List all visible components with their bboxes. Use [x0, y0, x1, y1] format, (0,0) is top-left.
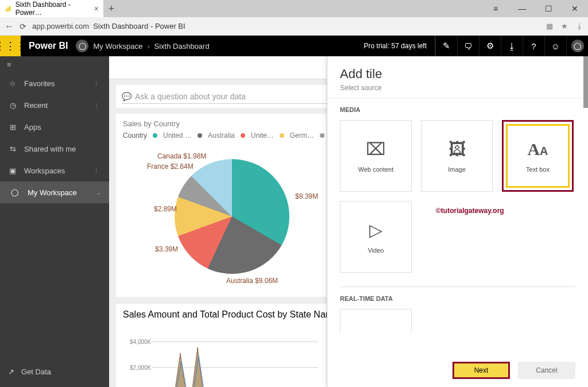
video-icon: ▷	[369, 220, 382, 240]
app-topnav: ⋮⋮⋮ Power BI ◯ My Workspace › Sixth Dash…	[0, 36, 588, 56]
pie-chart	[175, 159, 289, 274]
text-box-icon: AA	[527, 140, 548, 159]
breadcrumb: ◯ My Workspace › Sixth Dashboard	[76, 40, 209, 52]
close-window-button[interactable]: ✕	[562, 0, 588, 17]
svg-rect-2	[9, 6, 10, 11]
share-icon: ⇆	[8, 145, 17, 153]
url-text[interactable]: app.powerbi.com Sixth Dashboard - Power …	[32, 22, 185, 30]
download-icon[interactable]: ⭳	[576, 22, 583, 30]
tile-image[interactable]: 🖼 Image	[421, 120, 493, 192]
user-circle-icon: ◯	[8, 186, 21, 199]
comment-icon[interactable]: 🗨	[457, 36, 479, 56]
legend-dot	[280, 133, 284, 138]
legend-dot	[241, 133, 245, 138]
help-icon[interactable]: ?	[523, 36, 544, 56]
svg-rect-0	[6, 9, 7, 11]
trial-status: Pro trial: 57 days left	[356, 36, 435, 56]
svg-text:$2,000K: $2,000K	[130, 365, 152, 371]
workspace-avatar-icon: ◯	[76, 40, 88, 52]
tile-placeholder[interactable]	[340, 309, 412, 332]
image-icon: 🖼	[448, 140, 466, 159]
web-content-icon: ⌧	[366, 139, 386, 159]
address-bar: ← ⟳ app.powerbi.com Sixth Dashboard - Po…	[0, 17, 588, 36]
breadcrumb-dashboard[interactable]: Sixth Dashboard	[154, 42, 210, 51]
download-icon[interactable]: ⭳	[501, 36, 523, 56]
pie-label: Australia $9.06M	[226, 277, 278, 285]
svg-text:$4,000K: $4,000K	[130, 339, 152, 345]
sidebar-item-favorites[interactable]: ☆Favorites〉	[0, 72, 109, 94]
cancel-button[interactable]: Cancel	[518, 362, 575, 379]
sidebar-item-workspaces[interactable]: ▣Workspaces〉	[0, 160, 109, 181]
app-launcher-icon[interactable]: ⋮⋮⋮	[0, 36, 21, 56]
menu-icon[interactable]: ≡	[482, 0, 509, 17]
chevron-right-icon: 〉	[95, 167, 101, 175]
powerbi-favicon	[5, 5, 12, 13]
minimize-button[interactable]: ―	[509, 0, 535, 17]
sidebar-item-my-workspace[interactable]: ◯My Workspace⌄	[0, 181, 109, 203]
user-avatar[interactable]: ◯	[566, 36, 588, 56]
settings-gear-icon[interactable]: ⚙	[479, 36, 501, 56]
sidebar-collapse-button[interactable]: ≡	[0, 56, 109, 72]
legend-dot	[320, 133, 324, 138]
bar-chart: sAmount and T... $4,000K $2,000K	[123, 330, 318, 387]
watermark-text: ©tutorialgateway.org	[421, 201, 504, 273]
pie-label: France $2.64M	[147, 162, 194, 171]
chevron-right-icon: 〉	[95, 101, 101, 110]
bookmark-star-icon[interactable]: ★	[561, 22, 568, 30]
pie-label: Canada $1.98M	[157, 152, 206, 160]
back-button[interactable]: ←	[5, 21, 14, 32]
sidebar-item-shared[interactable]: ⇆Shared with me	[0, 138, 109, 160]
get-data-button[interactable]: ↗Get Data	[0, 361, 109, 382]
pie-label: $9.39M	[295, 192, 318, 200]
pie-label: $3.39M	[155, 245, 178, 253]
pie-label: $2.89M	[154, 205, 177, 213]
workspaces-icon: ▣	[8, 167, 17, 175]
extension-icon[interactable]: ▦	[546, 22, 553, 30]
new-tab-button[interactable]: +	[103, 0, 119, 17]
chevron-down-icon: ⌄	[96, 189, 101, 196]
edit-icon[interactable]: ✎	[435, 36, 457, 56]
scrollbar-thumb[interactable]	[583, 56, 588, 108]
browser-tab[interactable]: Sixth Dashboard - Power… ×	[0, 0, 103, 17]
star-icon: ☆	[8, 79, 17, 88]
tile-text-box[interactable]: AA Text box	[502, 120, 574, 192]
breadcrumb-workspace[interactable]: My Workspace	[93, 42, 142, 51]
sidebar-item-recent[interactable]: ◷Recent〉	[0, 94, 109, 116]
chevron-right-icon: ›	[147, 42, 149, 51]
panel-title: Add tile	[340, 67, 575, 82]
sidebar-item-apps[interactable]: ⊞Apps	[0, 116, 109, 138]
section-media-header: MEDIA	[327, 98, 588, 117]
brand-label: Power BI	[21, 41, 76, 51]
svg-rect-1	[7, 7, 9, 11]
section-rtd-header: REAL-TIME DATA	[327, 287, 588, 305]
next-button[interactable]: Next	[452, 362, 510, 379]
tile-video[interactable]: ▷ Video	[340, 201, 412, 273]
tile-web-content[interactable]: ⌧ Web content	[340, 120, 412, 192]
add-tile-panel: Add tile Select source MEDIA ⌧ Web conte…	[327, 56, 588, 387]
feedback-smile-icon[interactable]: ☺	[544, 36, 566, 56]
clock-icon: ◷	[8, 101, 17, 110]
browser-titlebar: Sixth Dashboard - Power… × + ≡ ― ☐ ✕	[0, 0, 588, 17]
chevron-right-icon: 〉	[95, 79, 101, 88]
chat-icon: 💬	[122, 92, 131, 101]
legend-dot	[198, 133, 202, 138]
maximize-button[interactable]: ☐	[535, 0, 562, 17]
close-tab-icon[interactable]: ×	[94, 4, 99, 13]
left-sidebar: ≡ ☆Favorites〉 ◷Recent〉 ⊞Apps ⇆Shared wit…	[0, 56, 109, 387]
reload-button[interactable]: ⟳	[20, 22, 26, 31]
legend-dot	[153, 133, 157, 138]
arrow-icon: ↗	[8, 367, 14, 376]
apps-icon: ⊞	[8, 123, 17, 131]
tab-title: Sixth Dashboard - Power…	[16, 1, 91, 17]
panel-subtitle: Select source	[340, 84, 575, 92]
